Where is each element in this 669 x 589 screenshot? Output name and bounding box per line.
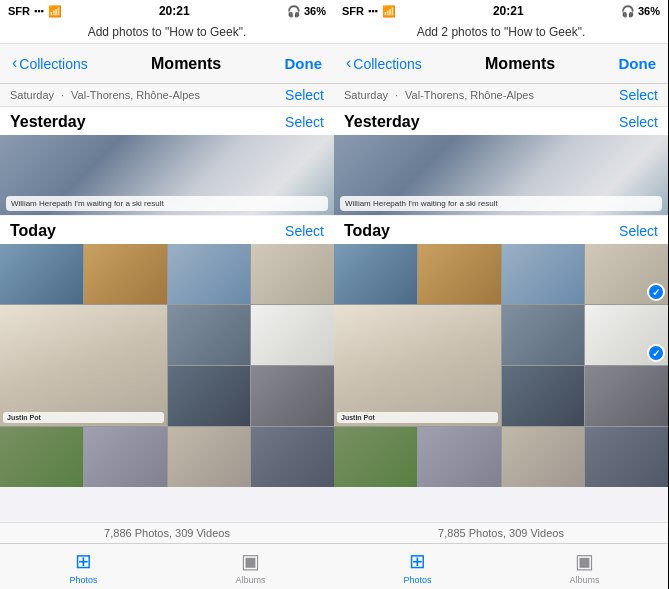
photo-cell-l2[interactable]	[84, 244, 167, 304]
scroll-content-left: Yesterday Select William Herepath I'm wa…	[0, 107, 334, 522]
photo-cell-l1[interactable]	[0, 244, 83, 304]
signal-icon-right: ▪▪▪	[368, 6, 378, 16]
yesterday-label-left: Yesterday	[10, 113, 86, 131]
tab-albums-right[interactable]: ▣ Albums	[501, 544, 668, 589]
status-right-left: 🎧 36%	[287, 5, 326, 18]
yesterday-photo-overlay-left: William Herepath I'm waiting for a ski r…	[6, 196, 328, 211]
right-panel: SFR ▪▪▪ 📶 20:21 🎧 36% Add 2 photos to "H…	[334, 0, 668, 589]
featured-photo-right[interactable]: Justin Pot	[334, 305, 501, 426]
status-left-right: SFR ▪▪▪ 📶	[342, 5, 396, 18]
yesterday-group-left: Yesterday Select William Herepath I'm wa…	[0, 107, 334, 215]
left-panel: SFR ▪▪▪ 📶 20:21 🎧 36% Add photos to "How…	[0, 0, 334, 589]
headphone-icon-right: 🎧	[621, 5, 635, 18]
today-grid-left: Justin Pot	[0, 244, 334, 487]
photo-cell-r10[interactable]	[418, 427, 501, 487]
back-button-right[interactable]: ‹ Collections	[346, 55, 422, 72]
back-label-right[interactable]: Collections	[353, 56, 421, 72]
tab-bar-right: ⊞ Photos ▣ Albums	[334, 543, 668, 589]
carrier-right: SFR	[342, 5, 364, 17]
status-left: SFR ▪▪▪ 📶	[8, 5, 62, 18]
photo-cell-l10[interactable]	[84, 427, 167, 487]
tab-photos-right[interactable]: ⊞ Photos	[334, 544, 501, 589]
today-group-right: Today Select ✓ Justin Pot	[334, 216, 668, 487]
photo-cell-r12[interactable]	[585, 427, 668, 487]
bottom-stats-right: 7,885 Photos, 309 Videos	[334, 522, 668, 543]
bottom-stats-left: 7,886 Photos, 309 Videos	[0, 522, 334, 543]
tab-albums-left[interactable]: ▣ Albums	[167, 544, 334, 589]
photo-cell-r3[interactable]	[502, 244, 585, 304]
albums-icon-right: ▣	[575, 549, 594, 573]
today-grid-right: ✓ Justin Pot ✓	[334, 244, 668, 487]
today-header-left: Today Select	[0, 216, 334, 244]
yesterday-photo-right[interactable]: William Herepath I'm waiting for a ski r…	[334, 135, 668, 215]
section-date-right: Saturday	[344, 89, 388, 101]
photo-cell-r6[interactable]: ✓	[585, 305, 668, 365]
nav-bar-left: ‹ Collections Moments Done	[0, 44, 334, 84]
wifi-icon-right: 📶	[382, 5, 396, 18]
photo-cell-r5[interactable]	[502, 305, 585, 365]
status-right-right: 🎧 36%	[621, 5, 660, 18]
photo-cell-l3[interactable]	[168, 244, 251, 304]
yesterday-photo-overlay-right: William Herepath I'm waiting for a ski r…	[340, 196, 662, 211]
yesterday-label-right: Yesterday	[344, 113, 420, 131]
signal-icon: ▪▪▪	[34, 6, 44, 16]
done-button-left[interactable]: Done	[284, 55, 322, 72]
select-top-right[interactable]: Select	[619, 87, 658, 103]
photo-cell-r2[interactable]	[418, 244, 501, 304]
photo-cell-l9[interactable]	[0, 427, 83, 487]
tab-albums-label-left: Albums	[235, 575, 265, 585]
back-button-left[interactable]: ‹ Collections	[12, 55, 88, 72]
carrier-left: SFR	[8, 5, 30, 17]
today-select-left[interactable]: Select	[285, 223, 324, 239]
today-select-right[interactable]: Select	[619, 223, 658, 239]
photos-icon-right: ⊞	[409, 549, 426, 573]
today-label-right: Today	[344, 222, 390, 240]
photo-cell-l4[interactable]	[251, 244, 334, 304]
photo-cell-l7[interactable]	[168, 366, 251, 426]
photo-cell-l11[interactable]	[168, 427, 251, 487]
featured-photo-left[interactable]: Justin Pot	[0, 305, 167, 426]
scroll-content-right: Yesterday Select William Herepath I'm wa…	[334, 107, 668, 522]
today-header-right: Today Select	[334, 216, 668, 244]
back-label-left[interactable]: Collections	[19, 56, 87, 72]
photo-cell-l12[interactable]	[251, 427, 334, 487]
time-right: 20:21	[493, 4, 524, 18]
photo-cell-r1[interactable]	[334, 244, 417, 304]
featured-overlay-right: Justin Pot	[337, 412, 498, 423]
section-date-left: Saturday	[10, 89, 54, 101]
yesterday-header-left: Yesterday Select	[0, 107, 334, 135]
tab-albums-label-right: Albums	[569, 575, 599, 585]
section-header-right: Saturday · Val-Thorens, Rhône-Alpes Sele…	[334, 84, 668, 107]
battery-left: 36%	[304, 5, 326, 17]
yesterday-select-right[interactable]: Select	[619, 114, 658, 130]
photo-cell-l8[interactable]	[251, 366, 334, 426]
section-location-right: Val-Thorens, Rhône-Alpes	[405, 89, 534, 101]
selected-checkmark-right: ✓	[647, 283, 665, 301]
tab-bar-left: ⊞ Photos ▣ Albums	[0, 543, 334, 589]
yesterday-select-left[interactable]: Select	[285, 114, 324, 130]
nav-bar-right: ‹ Collections Moments Done	[334, 44, 668, 84]
featured-overlay-left: Justin Pot	[3, 412, 164, 423]
photo-cell-r7[interactable]	[502, 366, 585, 426]
wifi-icon: 📶	[48, 5, 62, 18]
done-button-right[interactable]: Done	[618, 55, 656, 72]
photo-cell-r8[interactable]	[585, 366, 668, 426]
selected-checkmark-right-2: ✓	[647, 344, 665, 362]
yesterday-group-right: Yesterday Select William Herepath I'm wa…	[334, 107, 668, 215]
banner-left: Add photos to "How to Geek".	[0, 22, 334, 44]
tab-photos-label-right: Photos	[403, 575, 431, 585]
status-bar-left: SFR ▪▪▪ 📶 20:21 🎧 36%	[0, 0, 334, 22]
photo-cell-r11[interactable]	[502, 427, 585, 487]
photo-cell-l6[interactable]	[251, 305, 334, 365]
select-top-left[interactable]: Select	[285, 87, 324, 103]
banner-right: Add 2 photos to "How to Geek".	[334, 22, 668, 44]
section-location-left: Val-Thorens, Rhône-Alpes	[71, 89, 200, 101]
photo-cell-r4[interactable]: ✓	[585, 244, 668, 304]
photo-cell-l5[interactable]	[168, 305, 251, 365]
chevron-left-icon-right: ‹	[346, 54, 351, 72]
yesterday-photo-left[interactable]: William Herepath I'm waiting for a ski r…	[0, 135, 334, 215]
photo-cell-r9[interactable]	[334, 427, 417, 487]
tab-photos-left[interactable]: ⊞ Photos	[0, 544, 167, 589]
section-header-left: Saturday · Val-Thorens, Rhône-Alpes Sele…	[0, 84, 334, 107]
today-label-left: Today	[10, 222, 56, 240]
